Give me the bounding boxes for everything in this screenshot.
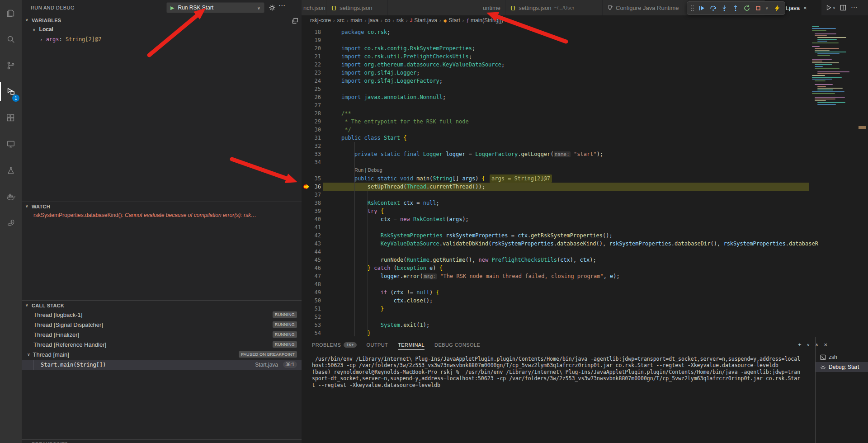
code-line[interactable]: 33 private static final Logger logger = … [302, 150, 868, 158]
line-number[interactable]: 44 [302, 248, 321, 256]
code-line[interactable]: 38 RskContext ctx = null; [302, 199, 868, 207]
code-line[interactable]: 43 KeyValueDataSource.validateDbKind(rsk… [302, 240, 868, 248]
launch-configuration-dropdown[interactable]: ▶ Run RSK Start ∨ [166, 2, 264, 13]
thread-row[interactable]: Thread [Reference Handler] RUNNING [22, 340, 302, 349]
line-number[interactable]: 51 [302, 305, 321, 313]
configure-launch-gear-icon[interactable] [269, 4, 276, 13]
line-number[interactable]: 26 [302, 93, 321, 101]
stack-frame-row-selected[interactable]: Start.main(String[]) Start.java 36:1 [22, 360, 302, 370]
code-line[interactable]: 28/** [302, 109, 868, 118]
step-out-icon[interactable] [731, 3, 740, 13]
step-over-icon[interactable] [709, 3, 717, 13]
code-line[interactable]: 27 [302, 101, 868, 109]
line-number[interactable]: 22 [302, 61, 321, 69]
variables-scope-local[interactable]: ∨Local [22, 26, 302, 35]
collapse-all-icon[interactable] [292, 18, 298, 25]
line-number[interactable]: 39 [302, 207, 321, 215]
remote-explorer-icon[interactable] [0, 131, 22, 157]
gradle-icon[interactable] [0, 210, 22, 236]
line-number[interactable]: 43 [302, 240, 321, 248]
restart-icon[interactable] [743, 3, 751, 13]
minimap[interactable] [811, 26, 854, 306]
line-number[interactable]: 38 [302, 199, 321, 207]
terminal-output[interactable]: /usr/bin/env /Library/Internet\ Plug-Ins… [312, 356, 811, 439]
code-line[interactable]: 48 [302, 280, 868, 288]
code-line[interactable]: 18package co.rsk; [302, 28, 868, 36]
line-number[interactable]: 25 [302, 85, 321, 93]
line-number[interactable]: 32 [302, 142, 321, 150]
thread-row[interactable]: Thread [Signal Dispatcher] RUNNING [22, 320, 302, 329]
line-number[interactable]: 18 [302, 28, 321, 36]
code-line[interactable]: 53 System.exit(1); [302, 321, 868, 329]
tab-configure-java-runtime-covered[interactable]: untime [388, 0, 505, 15]
code-line[interactable]: 31public class Start { [302, 134, 868, 142]
terminal-instance-debug-start[interactable]: Debug: Start [816, 362, 868, 372]
code-line[interactable]: 37 [302, 191, 868, 199]
chevron-down-icon[interactable]: ∨ [833, 6, 835, 10]
stop-icon[interactable] [754, 3, 762, 13]
line-number[interactable]: 23 [302, 69, 321, 77]
line-number[interactable]: 53 [302, 321, 321, 329]
tab-debug-console[interactable]: DEBUG CONSOLE [434, 337, 480, 352]
start-debug-play-icon[interactable]: ▶ [170, 5, 174, 11]
code-line[interactable]: 34 [302, 158, 868, 166]
tab-configure-java-runtime[interactable]: Configure Java Runtime [603, 0, 689, 15]
line-number[interactable]: 48 [302, 280, 321, 288]
watch-section-header[interactable]: ∨ WATCH [22, 203, 302, 212]
line-number[interactable]: 45 [302, 256, 321, 264]
line-number[interactable]: 46 [302, 264, 321, 272]
line-number[interactable]: 42 [302, 231, 321, 240]
testing-icon[interactable] [0, 157, 22, 184]
code-line[interactable]: 26import javax.annotation.Nonnull; [302, 93, 868, 101]
split-editor-icon[interactable] [840, 5, 846, 11]
code-line[interactable]: 25 [302, 85, 868, 93]
run-file-icon[interactable]: ∨ [826, 5, 835, 11]
toolbar-drag-grip[interactable] [690, 3, 694, 13]
tab-terminal[interactable]: TERMINAL [398, 337, 425, 352]
code-line[interactable]: 30 */ [302, 126, 868, 134]
breakpoint-current-statement-icon[interactable] [303, 183, 310, 193]
code-line[interactable]: 29 * The entrypoint for the RSK full nod… [302, 118, 868, 126]
tab-output[interactable]: OUTPUT [367, 337, 388, 352]
line-number[interactable]: 52 [302, 313, 321, 321]
chevron-down-icon[interactable]: ∨ [807, 343, 810, 347]
line-number[interactable]: 19 [302, 36, 321, 44]
code-line[interactable]: 54 } [302, 329, 868, 337]
code-line[interactable]: 22import org.ethereum.datasource.KeyValu… [302, 61, 868, 69]
terminal-instance-zsh[interactable]: zsh [816, 352, 868, 362]
code-line[interactable]: 44 [302, 248, 868, 256]
line-number[interactable]: 33 [302, 150, 321, 158]
source-control-icon[interactable] [0, 52, 22, 79]
line-number[interactable]: 40 [302, 215, 321, 223]
extensions-icon[interactable] [0, 105, 22, 131]
code-line[interactable]: 41 [302, 223, 868, 231]
stop-dropdown-chevron-icon[interactable]: ∨ [765, 6, 770, 10]
views-more-actions-icon[interactable]: ⋯ [278, 1, 285, 9]
hot-code-replace-icon[interactable] [773, 3, 781, 13]
line-number[interactable]: 27 [302, 101, 321, 109]
line-number[interactable]: 24 [302, 77, 321, 85]
code-line[interactable]: 42 RskSystemProperties rskSystemProperti… [302, 231, 868, 240]
code-line[interactable]: 47 logger.error(msg: "The RSK node main … [302, 272, 868, 280]
code-editor[interactable]: 18package co.rsk;1920import co.rsk.confi… [302, 25, 868, 337]
code-line[interactable]: 32 [302, 142, 868, 150]
code-line[interactable]: 50 ctx.close(); [302, 297, 868, 305]
search-icon[interactable] [0, 26, 22, 52]
code-line[interactable]: 23import org.slf4j.Logger; [302, 69, 868, 77]
line-number[interactable]: 29 [302, 118, 321, 126]
breakpoints-section-header[interactable]: BREAKPOINTS [22, 439, 302, 443]
variable-args[interactable]: ›args: String[2]@7 [22, 36, 302, 45]
thread-row[interactable]: Thread [Finalizer] RUNNING [22, 330, 302, 339]
code-line[interactable]: 21import co.rsk.util.PreflightChecksUtil… [302, 52, 868, 61]
code-line[interactable]: 35 public static void main(String[] args… [302, 174, 868, 183]
line-number[interactable]: 28 [302, 109, 321, 118]
code-line[interactable]: 49 if (ctx != null) { [302, 288, 868, 297]
variables-section-header[interactable]: ∨ VARIABLES [22, 16, 302, 25]
thread-row[interactable]: Thread [logback-1] RUNNING [22, 310, 302, 319]
call-stack-section-header[interactable]: ∨ CALL STACK [22, 302, 302, 311]
line-number[interactable]: 54 [302, 329, 321, 337]
code-line[interactable]: 19 [302, 36, 868, 44]
line-number[interactable]: 35 [302, 174, 321, 183]
watch-expression[interactable]: rskSystemProperties.databaseKind(): Cann… [22, 212, 302, 221]
line-number[interactable]: 41 [302, 223, 321, 231]
